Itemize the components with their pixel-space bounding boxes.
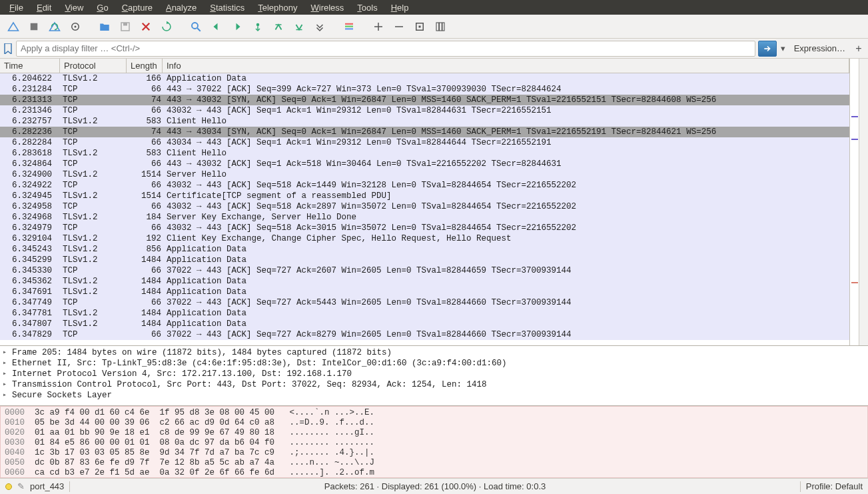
column-length[interactable]: Length	[127, 59, 163, 73]
packet-row[interactable]: 6.345243TLSv1.2856Application Data	[0, 244, 849, 255]
packet-row[interactable]: 6.231284TCP66443 → 37022 [ACK] Seq=399 A…	[0, 84, 849, 95]
packet-row[interactable]: 6.324922TCP6643032 → 443 [ACK] Seq=518 A…	[0, 180, 849, 191]
svg-rect-17	[442, 23, 444, 31]
expert-info-led[interactable]	[5, 483, 12, 490]
close-file-button[interactable]	[137, 17, 155, 36]
capture-options-button[interactable]	[66, 17, 85, 36]
packet-row[interactable]: 6.283618TLSv1.2583Client Hello	[0, 148, 849, 159]
column-info[interactable]: Info	[163, 59, 849, 73]
menu-analyze[interactable]: Analyze	[161, 1, 202, 14]
hex-row[interactable]: 0000 3c a9 f4 00 d1 60 c4 6e 1f 95 d8 3e…	[5, 408, 863, 418]
menu-help[interactable]: Help	[386, 1, 414, 14]
packet-details-pane[interactable]: ▸Frame 205: 1484 bytes on wire (11872 bi…	[0, 346, 868, 406]
packet-row[interactable]: 6.282284TCP6643034 → 443 [ACK] Seq=1 Ack…	[0, 137, 849, 148]
packet-row[interactable]: 6.347829TCP6637022 → 443 [ACK] Seq=727 A…	[0, 329, 849, 340]
packet-row[interactable]: 6.324968TLSv1.2184Server Key Exchange, S…	[0, 212, 849, 223]
go-to-packet-button[interactable]	[248, 17, 267, 36]
go-back-button[interactable]	[207, 17, 226, 36]
packet-row[interactable]: 6.324945TLSv1.21514Certificate[TCP segme…	[0, 191, 849, 201]
packet-row[interactable]: 6.324900TLSv1.21514Server Hello	[0, 169, 849, 180]
hex-row[interactable]: 0020 01 aa 01 bb 90 9e 18 e1 c8 de 99 9e…	[5, 428, 863, 438]
resize-columns-button[interactable]	[431, 17, 450, 36]
tree-row[interactable]: ▸Transmission Control Protocol, Src Port…	[3, 379, 865, 390]
find-packet-button[interactable]	[187, 17, 205, 36]
go-forward-button[interactable]	[228, 17, 246, 36]
packet-row[interactable]: 6.345330TCP6637022 → 443 [ACK] Seq=727 A…	[0, 265, 849, 276]
packet-row[interactable]: 6.345362TLSv1.21484Application Data	[0, 276, 849, 287]
go-last-button[interactable]	[290, 17, 308, 36]
menu-view[interactable]: View	[59, 1, 89, 14]
zoom-reset-button[interactable]	[410, 17, 429, 36]
packet-row[interactable]: 6.347691TLSv1.21484Application Data	[0, 287, 849, 297]
hex-row[interactable]: 0040 1c 3b 17 03 03 05 85 8e 9d 34 7f 7d…	[5, 448, 863, 458]
add-filter-button[interactable]: +	[852, 41, 865, 57]
packet-row[interactable]: 6.324864TCP66443 → 43032 [ACK] Seq=1 Ack…	[0, 159, 849, 169]
packet-row[interactable]: 6.347749TCP6637022 → 443 [ACK] Seq=727 A…	[0, 297, 849, 308]
tree-row[interactable]: ▸Internet Protocol Version 4, Src: 172.2…	[3, 369, 865, 379]
stop-capture-button[interactable]	[25, 17, 43, 36]
menu-edit[interactable]: Edit	[31, 1, 57, 14]
packet-row[interactable]: 6.204622TLSv1.2166Application Data	[0, 73, 849, 84]
packet-list-header[interactable]: Time Protocol Length Info	[0, 59, 849, 73]
filter-dropdown-icon[interactable]: ▾	[779, 41, 787, 57]
packet-row[interactable]: 6.347807TLSv1.21484Application Data	[0, 319, 849, 329]
auto-scroll-button[interactable]	[310, 17, 329, 36]
packet-row[interactable]: 6.347781TLSv1.21484Application Data	[0, 308, 849, 319]
packet-row[interactable]: 6.232757TLSv1.2583Client Hello	[0, 116, 849, 127]
packet-row[interactable]: 6.329104TLSv1.2192Client Key Exchange, C…	[0, 233, 849, 244]
packet-row[interactable]: 6.345299TLSv1.21484Application Data	[0, 255, 849, 265]
expand-icon[interactable]: ▸	[3, 358, 9, 369]
packet-row[interactable]: 6.231313TCP74443 → 43032 [SYN, ACK] Seq=…	[0, 95, 849, 105]
menu-statistics[interactable]: Statistics	[205, 1, 250, 14]
packet-row[interactable]: 6.282236TCP74443 → 43034 [SYN, ACK] Seq=…	[0, 127, 849, 137]
expand-icon[interactable]: ▸	[3, 347, 9, 358]
svg-rect-16	[440, 23, 442, 31]
tree-row[interactable]: ▸Frame 205: 1484 bytes on wire (11872 bi…	[3, 347, 865, 358]
reload-button[interactable]	[157, 17, 176, 36]
apply-filter-button[interactable]	[758, 41, 777, 57]
svg-rect-14	[419, 25, 421, 27]
display-filter-input[interactable]	[16, 41, 755, 57]
tree-row[interactable]: ▸Secure Sockets Layer	[3, 390, 865, 401]
menubar: FileEditViewGoCaptureAnalyzeStatisticsTe…	[0, 0, 868, 15]
menu-go[interactable]: Go	[91, 1, 113, 14]
column-protocol[interactable]: Protocol	[60, 59, 127, 73]
hex-row[interactable]: 0010 05 be 3d 44 00 00 39 06 c2 66 ac d9…	[5, 418, 863, 428]
hex-row[interactable]: 0060 ca cd b3 e7 2e f1 5d ae 0a 32 0f 2e…	[5, 468, 863, 478]
packet-list-body[interactable]: 6.204622TLSv1.2166Application Data6.2312…	[0, 73, 849, 345]
bookmark-icon[interactable]	[3, 43, 13, 54]
expression-button[interactable]: Expression…	[790, 43, 849, 53]
main-toolbar	[0, 15, 868, 39]
open-file-button[interactable]	[95, 17, 114, 36]
profile-label[interactable]: Profile: Default	[806, 481, 863, 491]
packet-row[interactable]: 6.324958TCP6643032 → 443 [ACK] Seq=518 A…	[0, 201, 849, 212]
column-time[interactable]: Time	[0, 59, 60, 73]
go-first-button[interactable]	[269, 17, 288, 36]
save-file-button[interactable]	[116, 17, 135, 36]
restart-capture-button[interactable]	[45, 17, 64, 36]
hex-row[interactable]: 0030 01 84 e5 86 00 00 01 01 08 0a dc 97…	[5, 438, 863, 448]
tree-row[interactable]: ▸Ethernet II, Src: Tp-LinkT_95:d8:3e (c4…	[3, 358, 865, 369]
hex-row[interactable]: 0050 dc 0b 87 83 6e fe d9 7f 7e 12 8b a5…	[5, 458, 863, 468]
packet-row[interactable]: 6.231346TCP6643032 → 443 [ACK] Seq=1 Ack…	[0, 105, 849, 116]
menu-telephony[interactable]: Telephony	[252, 1, 302, 14]
capture-file-label: port_443	[30, 481, 64, 491]
start-capture-button[interactable]	[4, 17, 23, 36]
zoom-out-button[interactable]	[390, 17, 408, 36]
expand-icon[interactable]: ▸	[3, 379, 9, 390]
menu-wireless[interactable]: Wireless	[306, 1, 350, 14]
menu-tools[interactable]: Tools	[352, 1, 382, 14]
svg-point-5	[192, 23, 198, 29]
zoom-in-button[interactable]	[369, 17, 388, 36]
packet-overview-scroll[interactable]	[849, 59, 868, 345]
expand-icon[interactable]: ▸	[3, 369, 9, 379]
menu-capture[interactable]: Capture	[117, 1, 158, 14]
colorize-button[interactable]	[340, 17, 358, 36]
expand-icon[interactable]: ▸	[3, 390, 9, 401]
packet-row[interactable]: 6.324979TCP6643032 → 443 [ACK] Seq=518 A…	[0, 223, 849, 233]
packet-bytes-pane[interactable]: 0000 3c a9 f4 00 d1 60 c4 6e 1f 95 d8 3e…	[0, 406, 868, 478]
menu-file[interactable]: File	[4, 1, 29, 14]
edit-icon[interactable]: ✎	[17, 481, 25, 491]
packet-list-pane: Time Protocol Length Info 6.204622TLSv1.…	[0, 59, 868, 346]
svg-rect-0	[31, 23, 38, 30]
